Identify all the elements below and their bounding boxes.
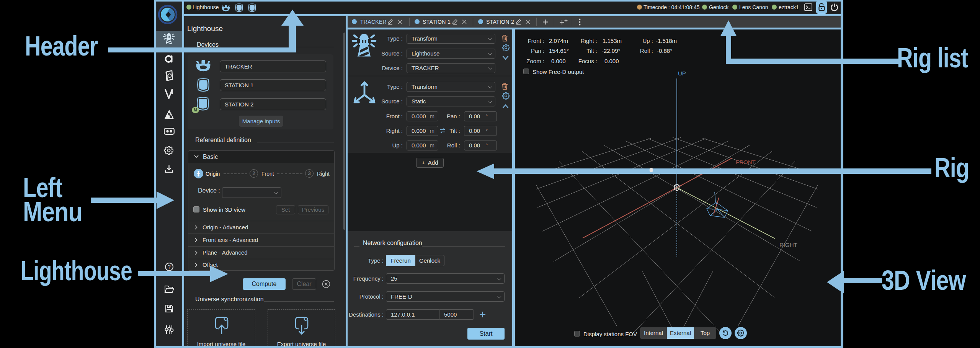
- svg-text:?: ?: [168, 264, 171, 270]
